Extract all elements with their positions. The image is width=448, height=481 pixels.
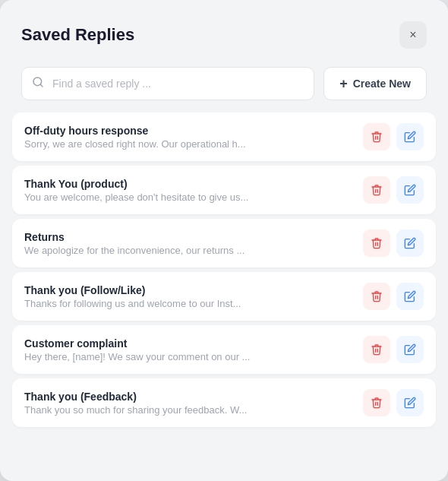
saved-replies-modal: Saved Replies × + Create New Off-duty ho… [0,0,448,481]
list-item: Off-duty hours response Sorry, we are cl… [12,112,436,161]
list-item: Thank you (Feedback) Thank you so much f… [12,378,436,427]
reply-preview: Sorry, we are closed right now. Our oper… [24,138,355,150]
modal-title: Saved Replies [21,25,134,45]
reply-actions [363,123,424,150]
list-item: Returns We apologize for the inconvenien… [12,219,436,267]
reply-preview: Hey there, [name]! We saw your comment o… [24,351,355,362]
reply-content: Returns We apologize for the inconvenien… [24,231,355,256]
reply-actions [363,176,424,204]
reply-preview: Thanks for following us and welcome to o… [24,298,355,309]
create-new-button[interactable]: + Create New [323,67,427,100]
list-item: Customer complaint Hey there, [name]! We… [12,325,436,374]
list-item: Thank you (Follow/Like) Thanks for follo… [12,272,436,321]
reply-preview: You are welcome, please don't hesitate t… [24,191,355,203]
edit-button[interactable] [396,123,424,150]
delete-button[interactable] [363,176,390,204]
reply-content: Customer complaint Hey there, [name]! We… [24,337,355,362]
trash-icon [371,131,383,143]
reply-content: Thank You (product) You are welcome, ple… [24,178,355,203]
delete-button[interactable] [363,389,390,416]
trash-icon [371,290,383,302]
reply-content: Thank you (Follow/Like) Thanks for follo… [24,284,355,309]
trash-icon [371,184,383,196]
reply-title: Off-duty hours response [24,125,355,137]
reply-title: Returns [24,231,355,243]
pencil-icon [404,397,416,409]
close-button[interactable]: × [399,21,427,49]
trash-icon [371,237,383,249]
reply-content: Off-duty hours response Sorry, we are cl… [24,125,355,150]
trash-icon [371,343,383,356]
search-input[interactable] [21,67,314,100]
edit-button[interactable] [396,229,424,257]
reply-actions [363,229,424,257]
reply-title: Thank you (Follow/Like) [24,284,355,296]
delete-button[interactable] [363,123,390,150]
close-icon: × [409,28,416,42]
edit-button[interactable] [396,176,424,204]
delete-button[interactable] [363,336,390,363]
trash-icon [371,397,383,409]
create-new-label: Create New [353,78,411,90]
delete-button[interactable] [363,283,390,310]
plus-icon: + [339,76,348,92]
pencil-icon [404,343,416,356]
reply-actions [363,283,424,310]
pencil-icon [404,131,416,143]
pencil-icon [404,290,416,302]
reply-preview: We apologize for the inconvenience, our … [24,245,355,256]
list-item: Thank You (product) You are welcome, ple… [12,166,436,214]
pencil-icon [404,237,416,249]
reply-content: Thank you (Feedback) Thank you so much f… [24,391,355,416]
reply-title: Customer complaint [24,337,355,350]
edit-button[interactable] [396,336,424,363]
modal-header: Saved Replies × [0,0,448,61]
reply-actions [363,389,424,416]
search-wrapper [21,67,314,100]
replies-list: Off-duty hours response Sorry, we are cl… [0,112,448,439]
reply-title: Thank you (Feedback) [24,391,355,403]
pencil-icon [404,184,416,196]
reply-actions [363,336,424,363]
edit-button[interactable] [396,389,424,416]
reply-preview: Thank you so much for sharing your feedb… [24,404,355,416]
edit-button[interactable] [396,283,424,310]
reply-title: Thank You (product) [24,178,355,190]
delete-button[interactable] [363,229,390,257]
toolbar: + Create New [0,61,448,112]
